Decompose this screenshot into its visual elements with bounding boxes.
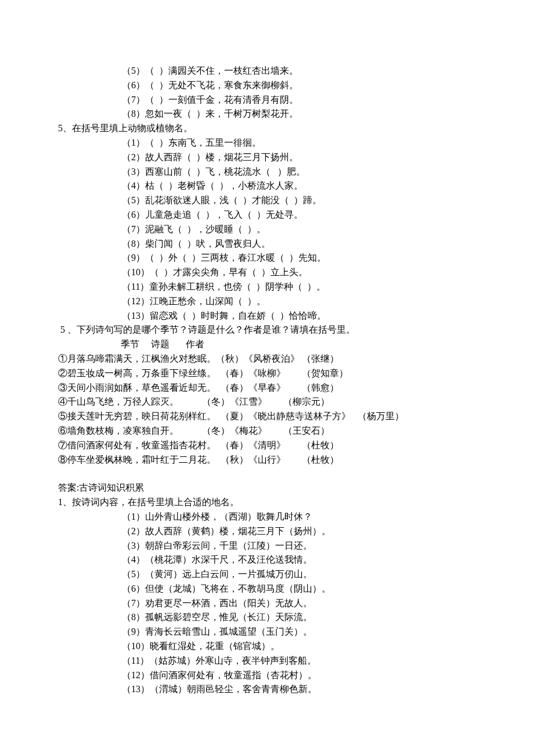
section-4-continuation: （5）（ ）满园关不住，一枝红杏出墙来。 （6）（ ）无处不飞花，寒食东来御柳斜… xyxy=(58,64,476,121)
table-row: ⑤接天莲叶无穷碧，映日荷花别样红。 （夏）《晓出静慈寺送林子方》 （杨万里） xyxy=(58,409,476,424)
table-row: ⑧停车坐爱枫林晚，霜叶红于二月花。 （秋）《山行》 （杜牧） xyxy=(58,453,476,467)
list-item: （10）晓看红湿处，花重（锦官城）。 xyxy=(58,639,476,654)
list-item: （4）枯（ ）老树昏（ ），小桥流水人家。 xyxy=(58,179,476,193)
list-item: （11）童孙未解工耕织，也傍（ ）阴学种（ ）。 xyxy=(58,280,476,294)
list-item: （6）儿童急走追（ ），飞入（ ）无处寻。 xyxy=(58,208,476,222)
list-item: （2）故人西辞（ ）楼，烟花三月下扬州。 xyxy=(58,150,476,165)
section-title: 1、按诗词内容，在括号里填上合适的地名。 xyxy=(58,495,476,510)
list-item: （8）孤帆远影碧空尽，惟见（长江）天际流。 xyxy=(58,610,476,625)
list-item: （1）（ ）东南飞，五里一徘徊。 xyxy=(58,136,476,150)
list-item: （6）（ ）无处不飞花，寒食东来御柳斜。 xyxy=(58,78,476,93)
list-item: （12）江晚正愁余，山深闻（ ）。 xyxy=(58,294,476,309)
list-item: （10）（ ）才露尖尖角，早有（ ）立上头。 xyxy=(58,265,476,280)
list-item: （13）（渭城）朝雨邑轻尘，客舍青青柳色新。 xyxy=(58,682,476,697)
list-item: （11）（姑苏城）外寒山寺，夜半钟声到客船。 xyxy=(58,654,476,668)
table-row: ⑥墙角数枝梅，凌寒独自开。 （冬）《梅花》 （王安石） xyxy=(58,424,476,438)
section-5b: 5 、下列诗句写的是哪个季节？诗题是什么？作者是谁？请填在括号里。 季节 诗题 … xyxy=(58,323,476,467)
list-item: （4）（桃花潭）水深千尺，不及汪伦送我情。 xyxy=(58,553,476,567)
table-row: ③天间小雨润如酥，草色遥看近却无。 （春）《早春》 （韩愈） xyxy=(58,381,476,395)
list-item: （2）故人西辞（黄鹤）楼，烟花三月下（扬州）。 xyxy=(58,524,476,539)
section-5: 5、在括号里填上动物或植物名。 （1）（ ）东南飞，五里一徘徊。 （2）故人西辞… xyxy=(58,121,476,323)
list-item: （1）山外青山楼外楼，（西湖）歌舞几时休？ xyxy=(58,510,476,524)
list-item: （8）柴门闻（ ）吠，风雪夜归人。 xyxy=(58,237,476,251)
blank-line xyxy=(58,467,476,481)
list-item: （7）泥融飞（ ），沙暖睡（ ）。 xyxy=(58,222,476,237)
list-item: （7）（ ）一刻值千金，花有清香月有阴。 xyxy=(58,93,476,107)
table-row: ⑦借问酒家何处有，牧童遥指杏花村。 （春）《清明》 （杜牧） xyxy=(58,438,476,453)
document-page: （5）（ ）满园关不住，一枝红杏出墙来。 （6）（ ）无处不飞花，寒食东来御柳斜… xyxy=(0,0,534,732)
list-item: （7）劝君更尽一杯酒，西出（阳关）无故人。 xyxy=(58,596,476,611)
answers-header: 答案:古诗词知识积累 xyxy=(58,481,476,495)
list-item: （9）青海长云暗雪山，孤城遥望（玉门关）。 xyxy=(58,625,476,639)
list-item: （3）朝辞白帝彩云间，千里（江陵）一日还。 xyxy=(58,539,476,553)
list-item: （13）留恋戏（ ）时时舞，自在娇（ ）恰恰啼。 xyxy=(58,309,476,323)
section-title: 5 、下列诗句写的是哪个季节？诗题是什么？作者是谁？请填在括号里。 xyxy=(58,323,476,337)
table-row: ①月落乌啼霜满天，江枫渔火对愁眠。（秋）《风桥夜泊》 （张继） xyxy=(58,352,476,366)
list-item: （12）借问酒家何处有，牧童遥指（杏花村）。 xyxy=(58,668,476,683)
list-item: （5）（黄河）远上白云间，一片孤城万仞山。 xyxy=(58,567,476,582)
list-item: （9）（ ）外（ ）三两枝，春江水暖（ ）先知。 xyxy=(58,251,476,265)
table-header: 季节 诗题 作者 xyxy=(58,337,476,352)
answers-section: 答案:古诗词知识积累 1、按诗词内容，在括号里填上合适的地名。 （1）山外青山楼… xyxy=(58,481,476,697)
section-title: 5、在括号里填上动物或植物名。 xyxy=(58,121,476,136)
list-item: （3）西塞山前（ ）飞，桃花流水（ ）肥。 xyxy=(58,165,476,179)
list-item: （5）乱花渐欲迷人眼，浅（ ）才能没（ ）蹄。 xyxy=(58,193,476,208)
list-item: （5）（ ）满园关不住，一枝红杏出墙来。 xyxy=(58,64,476,78)
table-row: ②碧玉妆成一树高，万条垂下绿丝绦。 （春）《咏柳》 （贺知章） xyxy=(58,366,476,381)
list-item: （8）忽如一夜（ ）来，千树万树梨花开。 xyxy=(58,107,476,121)
list-item: （6）但使（龙城）飞将在，不教胡马度（阴山）。 xyxy=(58,582,476,596)
table-row: ④千山鸟飞绝，万径人踪灭。 （冬）《江雪》 （柳宗元） xyxy=(58,395,476,409)
